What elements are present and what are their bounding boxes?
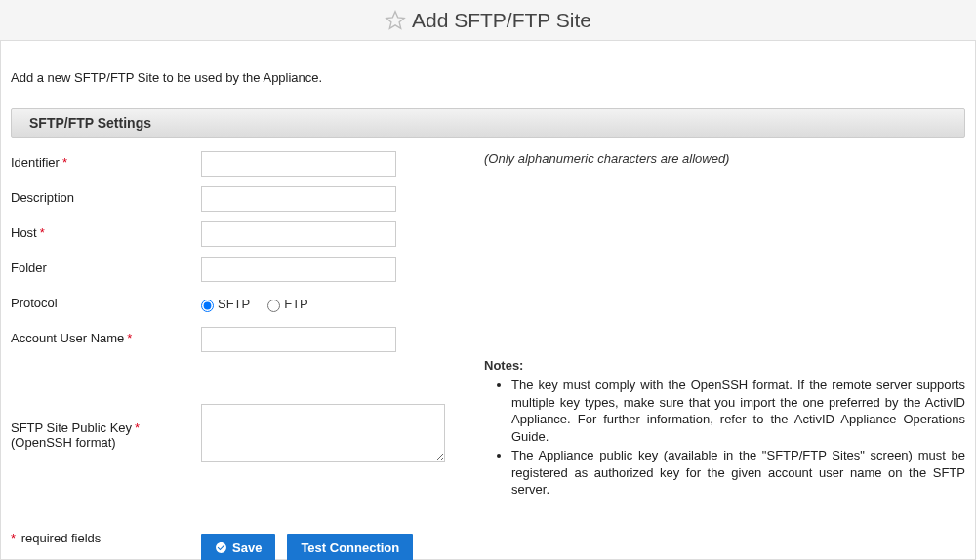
row-account: Account User Name* — [11, 327, 965, 352]
star-icon[interactable] — [385, 10, 406, 31]
required-footer: * required fields — [11, 531, 101, 545]
row-description: Description — [11, 186, 965, 212]
protocol-option-ftp[interactable]: FTP — [267, 297, 308, 311]
row-identifier: Identifier* (Only alphanumeric character… — [11, 151, 965, 177]
account-input[interactable] — [201, 327, 396, 352]
notes-item: The Appliance public key (available in t… — [511, 447, 965, 499]
required-marker: * — [62, 155, 67, 170]
host-label: Host* — [11, 221, 201, 240]
required-marker: * — [40, 225, 45, 240]
intro-text: Add a new SFTP/FTP Site to be used by th… — [11, 70, 965, 85]
publickey-label: SFTP Site Public Key* (OpenSSH format) — [11, 420, 201, 450]
identifier-label: Identifier* — [11, 151, 201, 170]
identifier-input[interactable] — [201, 151, 396, 177]
check-circle-icon — [215, 541, 227, 554]
host-label-text: Host — [11, 225, 37, 240]
protocol-sftp-text: SFTP — [218, 297, 250, 311]
account-label: Account User Name* — [11, 327, 201, 345]
protocol-ftp-text: FTP — [284, 297, 308, 311]
page-title: Add SFTP/FTP Site — [412, 9, 591, 32]
identifier-hint: (Only alphanumeric characters are allowe… — [484, 151, 729, 166]
description-input[interactable] — [201, 186, 396, 212]
identifier-label-text: Identifier — [11, 155, 60, 170]
required-marker: * — [135, 420, 140, 435]
required-marker: * — [127, 331, 132, 345]
required-footer-text: required fields — [21, 531, 102, 545]
publickey-label-line1: SFTP Site Public Key — [11, 420, 132, 435]
required-marker: * — [11, 531, 16, 545]
protocol-option-sftp[interactable]: SFTP — [201, 297, 250, 311]
protocol-radio-ftp[interactable] — [267, 300, 280, 312]
notes-title: Notes: — [484, 358, 965, 373]
notes-item: The key must comply with the OpenSSH for… — [511, 377, 965, 445]
button-row: Save Test Connection — [201, 534, 965, 560]
save-button-label: Save — [232, 540, 262, 555]
folder-label: Folder — [11, 257, 201, 275]
folder-input[interactable] — [201, 257, 396, 282]
page-header: Add SFTP/FTP Site — [0, 0, 976, 41]
section-header: SFTP/FTP Settings — [11, 108, 965, 138]
publickey-textarea[interactable] — [201, 404, 445, 462]
test-button-label: Test Connection — [301, 540, 399, 555]
save-button[interactable]: Save — [201, 534, 275, 560]
row-host: Host* — [11, 221, 965, 247]
protocol-label: Protocol — [11, 292, 201, 310]
publickey-label-line2: (OpenSSH format) — [11, 435, 201, 450]
svg-marker-0 — [386, 11, 404, 27]
protocol-radio-group: SFTP FTP — [201, 292, 455, 317]
test-connection-button[interactable]: Test Connection — [287, 534, 413, 560]
row-publickey: SFTP Site Public Key* (OpenSSH format) N… — [11, 370, 965, 500]
row-folder: Folder — [11, 257, 965, 282]
content-area: Add a new SFTP/FTP Site to be used by th… — [0, 41, 976, 560]
notes-list: The key must comply with the OpenSSH for… — [511, 377, 965, 499]
page-title-wrap: Add SFTP/FTP Site — [385, 9, 591, 32]
account-label-text: Account User Name — [11, 331, 124, 345]
protocol-radio-sftp[interactable] — [201, 300, 214, 312]
description-label: Description — [11, 186, 201, 205]
row-protocol: Protocol SFTP FTP — [11, 292, 965, 317]
host-input[interactable] — [201, 221, 396, 247]
